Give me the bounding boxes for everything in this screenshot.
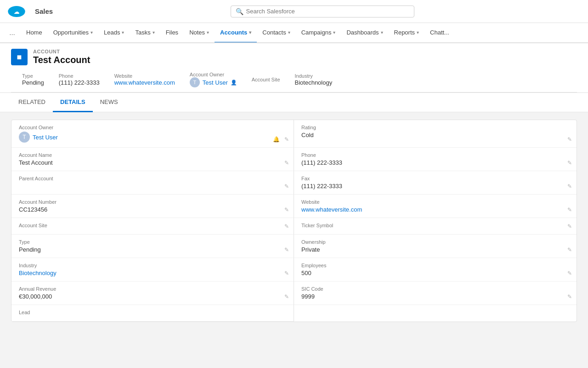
nav-files[interactable]: Files: [160, 23, 184, 43]
detail-row-right: RatingCold✎: [294, 120, 577, 148]
highlight-owner: Account Owner T Test User 👤: [190, 72, 237, 87]
industry-value: Biotechnology: [295, 79, 333, 86]
search-bar[interactable]: 🔍: [231, 6, 414, 17]
detail-row-right: Phone(111) 222-3333✎: [294, 148, 577, 171]
nav-chatter[interactable]: Chatt...: [424, 23, 455, 43]
detail-label: Ownership: [301, 239, 569, 245]
detail-value[interactable]: www.whateversite.com: [301, 206, 569, 213]
edit-icon[interactable]: ✎: [284, 247, 289, 253]
chevron-down-icon: ▾: [90, 30, 93, 35]
edit-icon[interactable]: ✎: [284, 207, 289, 213]
edit-icon[interactable]: ✎: [567, 183, 572, 190]
detail-row-right: SIC Code9999✎: [294, 282, 577, 305]
edit-icon[interactable]: ✎: [567, 223, 572, 230]
app-name: Sales: [35, 7, 53, 15]
detail-value: Pending: [19, 246, 286, 253]
chevron-down-icon: ▾: [153, 30, 155, 35]
nav-home[interactable]: Home: [21, 23, 48, 43]
highlight-strip: Type Pending Phone (111) 222-3333 Websit…: [11, 67, 577, 92]
detail-value: €30,000,000: [19, 293, 286, 300]
detail-row-left: Account OwnerTTest User🔔✎: [11, 120, 294, 148]
detail-label: Parent Account: [19, 176, 286, 181]
detail-row-right: Employees500✎: [294, 258, 577, 282]
nav-notes[interactable]: Notes ▾: [184, 23, 215, 43]
tab-news[interactable]: NEWS: [93, 93, 125, 112]
highlight-website: Website www.whateversite.com: [114, 73, 175, 86]
tab-related[interactable]: RELATED: [11, 93, 53, 112]
highlight-phone: Phone (111) 222-3333: [59, 73, 100, 86]
detail-row-right: OwnershipPrivate✎: [294, 235, 577, 258]
detail-value: (111) 222-3333: [301, 159, 569, 166]
chevron-down-icon: ▾: [249, 30, 251, 35]
edit-icon[interactable]: ✎: [567, 247, 572, 253]
detail-label: Account Name: [19, 152, 286, 158]
nav-leads[interactable]: Leads ▾: [98, 23, 130, 43]
nav-tasks[interactable]: Tasks ▾: [130, 23, 160, 43]
owner-edit-icon: 👤: [231, 80, 237, 86]
owner-row: TTest User: [19, 132, 286, 143]
chevron-down-icon: ▾: [417, 30, 419, 35]
record-icon: ■: [11, 49, 28, 65]
detail-label: Account Site: [19, 223, 286, 228]
chevron-down-icon: ▾: [207, 30, 209, 35]
app-launcher[interactable]: …: [4, 23, 21, 42]
owner-wrap: T Test User 👤: [190, 77, 237, 87]
detail-value[interactable]: Test User: [33, 134, 58, 141]
detail-value: Test Account: [19, 159, 286, 166]
detail-row-left: Account NameTest Account✎: [11, 148, 294, 171]
highlight-industry: Industry Biotechnology: [295, 73, 333, 86]
nav-reports[interactable]: Reports ▾: [389, 23, 425, 43]
site-label: Account Site: [252, 77, 280, 82]
record-header: ■ ACCOUNT Test Account Type Pending Phon…: [0, 43, 588, 93]
phone-label: Phone: [59, 73, 100, 79]
edit-icon[interactable]: ✎: [567, 270, 572, 276]
account-icon: ■: [17, 52, 22, 62]
nav-contacts[interactable]: Contacts ▾: [257, 23, 295, 43]
notify-icon[interactable]: 🔔: [273, 136, 280, 143]
detail-value[interactable]: Biotechnology: [19, 270, 286, 276]
nav-accounts[interactable]: Accounts ▾: [215, 23, 257, 43]
nav-dashboards[interactable]: Dashboards ▾: [341, 23, 388, 43]
edit-icon[interactable]: ✎: [567, 293, 572, 300]
type-label: Type: [22, 73, 44, 79]
detail-value: (111) 222-3333: [301, 183, 569, 190]
record-info: ACCOUNT Test Account: [33, 49, 90, 65]
detail-label: Type: [19, 239, 286, 245]
detail-value: Private: [301, 246, 569, 253]
edit-icon[interactable]: ✎: [567, 160, 572, 166]
edit-icon[interactable]: ✎: [567, 207, 572, 213]
nav-bar: … Home Opportunities ▾ Leads ▾ Tasks ▾ F…: [0, 23, 588, 43]
edit-icon[interactable]: ✎: [284, 136, 289, 143]
edit-icon[interactable]: ✎: [284, 160, 289, 166]
detail-label: Ticker Symbol: [301, 223, 569, 228]
detail-label: Website: [301, 199, 569, 205]
detail-label: SIC Code: [301, 286, 569, 292]
tab-bar: RELATED DETAILS NEWS: [0, 93, 588, 112]
detail-row-left: IndustryBiotechnology✎: [11, 258, 294, 282]
detail-row-right: [294, 305, 577, 322]
detail-row-left: Lead: [11, 305, 294, 322]
detail-value: 9999: [301, 293, 569, 300]
top-bar: ☁ Sales 🔍: [0, 0, 588, 23]
highlight-site: Account Site: [252, 77, 280, 83]
nav-campaigns[interactable]: Campaigns ▾: [296, 23, 341, 43]
chevron-down-icon: ▾: [381, 30, 383, 35]
website-value[interactable]: www.whateversite.com: [114, 79, 175, 86]
detail-label: Employees: [301, 263, 569, 268]
edit-icon[interactable]: ✎: [567, 136, 572, 143]
nav-opportunities[interactable]: Opportunities ▾: [48, 23, 98, 43]
detail-row-left: Annual Revenue€30,000,000✎: [11, 282, 294, 305]
edit-icon[interactable]: ✎: [284, 293, 289, 300]
detail-row-left: TypePending✎: [11, 235, 294, 258]
owner-value[interactable]: Test User: [203, 79, 228, 86]
detail-label: Account Owner: [19, 125, 286, 130]
edit-icon[interactable]: ✎: [284, 223, 289, 230]
detail-label: Lead: [19, 310, 286, 315]
edit-icon[interactable]: ✎: [284, 183, 289, 190]
detail-row-right: Websitewww.whateversite.com✎: [294, 195, 577, 218]
tab-details[interactable]: DETAILS: [53, 93, 93, 112]
edit-icon[interactable]: ✎: [284, 270, 289, 276]
detail-label: Fax: [301, 176, 569, 181]
search-input[interactable]: [246, 8, 409, 15]
salesforce-logo: ☁: [7, 5, 26, 18]
